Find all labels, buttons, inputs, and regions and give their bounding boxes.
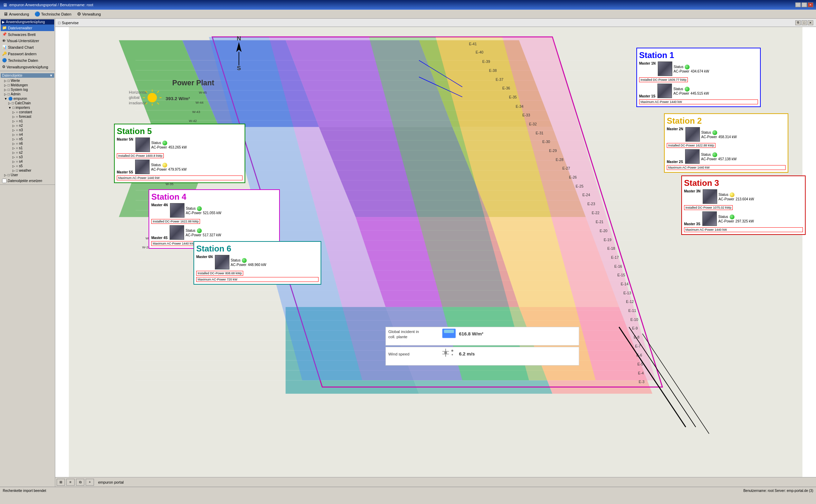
master5n-label: Master 5N xyxy=(117,137,133,152)
importers-expand: ▼ xyxy=(8,106,11,110)
svg-text:W-43: W-43 xyxy=(192,110,200,114)
close-button[interactable]: ✕ xyxy=(808,2,813,7)
sidebar-data-title[interactable]: Datenobjekte ▼ xyxy=(1,73,54,78)
station5-box: Station 5 Master 5N Status AC-Power453.2… xyxy=(114,124,245,183)
sidebar-s5[interactable]: ▷ ○ s5 xyxy=(10,164,53,168)
svg-text:E-24: E-24 xyxy=(582,193,590,197)
station1-master1n: Master 1N Status AC-Power xyxy=(639,61,758,76)
window-button[interactable]: ⧉ xyxy=(76,479,84,486)
content-title-label: Supervise xyxy=(62,21,79,25)
svg-text:E-27: E-27 xyxy=(562,166,570,170)
master3s-label: Master 3S xyxy=(684,222,700,226)
svg-text:S: S xyxy=(237,65,241,72)
syslog-label: System log xyxy=(11,88,28,92)
replace-checkbox[interactable] xyxy=(2,179,7,183)
svg-point-144 xyxy=(452,354,453,355)
sidebar-item-verwaltung[interactable]: ⚙ Verwaltungsverknüpfung xyxy=(1,64,54,70)
sidebar-user[interactable]: ▷ □ User xyxy=(2,173,53,177)
supervise-panel: E-41 E-40 E-39 E-38 E-37 E-36 E-35 E-34 … xyxy=(55,27,816,477)
svg-text:E-20: E-20 xyxy=(600,229,608,233)
sidebar-item-visual[interactable]: 👁 Visual-Unterstützer xyxy=(1,38,54,44)
n1-label: n1 xyxy=(19,119,23,123)
list-view-button[interactable]: ≡ xyxy=(66,479,75,486)
master1n-label: Master 1N xyxy=(639,61,656,76)
menu-verwaltung[interactable]: ⚙ Verwaltung xyxy=(75,11,103,17)
station4-master4n: Master 4N Status AC-Power521.055 kW xyxy=(151,203,277,218)
grid-view-button[interactable]: ⊞ xyxy=(57,479,65,486)
sidebar-constant[interactable]: ▷ ○ constant xyxy=(10,110,53,114)
master3s-device-img xyxy=(702,211,717,226)
replace-checkbox-row[interactable]: Datenobjekte ersetzen xyxy=(1,178,54,184)
sidebar-data-meldungen[interactable]: ▷ □ Meldungen xyxy=(2,83,53,87)
sidebar-s3[interactable]: ▷ ○ s3 xyxy=(10,155,53,159)
n5-label: n5 xyxy=(19,137,23,141)
master6n-status-dot xyxy=(242,258,247,263)
svg-text:E-29: E-29 xyxy=(549,149,557,153)
sidebar-n4[interactable]: ▷ ○ n4 xyxy=(10,132,53,137)
sidebar-item-schwarzes-brett[interactable]: 📌 Schwarzes Brett xyxy=(1,31,54,38)
master6n-label: Master 6N xyxy=(196,255,213,269)
svg-text:E-31: E-31 xyxy=(536,131,544,135)
station4-title: Station 4 xyxy=(151,192,277,202)
sidebar-data-scroll[interactable]: ▷ □ Werte ▷ □ Meldungen ▷ □ System log ▷… xyxy=(1,78,54,178)
station3-max-ac: Maximum AC-Power 1440 kW xyxy=(684,227,803,232)
master4s-label: Master 4S xyxy=(151,236,168,240)
n2-label: n2 xyxy=(19,124,23,127)
sidebar-data-werte[interactable]: ▷ □ Werte xyxy=(2,78,53,83)
svg-text:E-40: E-40 xyxy=(476,50,484,54)
forecast-label: forecast xyxy=(19,115,31,118)
sidebar-data-admin[interactable]: ▷ □ Admin xyxy=(2,92,53,96)
station4-box: Station 4 Master 4N Status AC-Power521.0… xyxy=(149,189,280,249)
svg-text:E-22: E-22 xyxy=(592,211,600,215)
svg-rect-135 xyxy=(444,330,454,333)
sidebar-data-syslog[interactable]: ▷ □ System log xyxy=(2,87,53,92)
menu-verwaltung-icon: ⚙ xyxy=(77,11,81,17)
admin-icon: □ xyxy=(8,92,10,96)
add-button[interactable]: + xyxy=(86,479,94,486)
n6-icon: ○ xyxy=(16,142,18,145)
station1-max-ac: Maximum AC-Power 1440 kW xyxy=(639,99,758,104)
statusbar-message: Rechenkette import beendet xyxy=(3,489,46,493)
master2n-label: Master 2N xyxy=(667,127,683,142)
menu-technische-daten[interactable]: 🔵 Technische Daten xyxy=(32,11,73,17)
close-content-button[interactable]: ✕ xyxy=(808,20,813,25)
sidebar-data-empuron[interactable]: ▼ 🔵 empuron xyxy=(2,96,53,101)
svg-text:E-41: E-41 xyxy=(469,42,477,46)
sidebar-n3[interactable]: ▷ ○ n3 xyxy=(10,128,53,132)
sidebar-s4[interactable]: ▷ ○ s4 xyxy=(10,159,53,164)
svg-text:Wind speed: Wind speed xyxy=(388,352,409,356)
maximize-button[interactable]: □ xyxy=(801,2,807,7)
maximize-content-button[interactable]: □ xyxy=(801,20,807,25)
station1-installed-dc: Installed DC-Power 1609.77 kWp xyxy=(639,77,688,82)
sidebar-importers[interactable]: ▼ □ importers xyxy=(6,105,53,110)
verwaltung-icon: ⚙ xyxy=(2,65,6,69)
sidebar-weather[interactable]: ▷ □ weather xyxy=(10,168,53,173)
passwort-icon: 🔑 xyxy=(2,51,7,56)
sidebar-calcchain[interactable]: ▷ □ CalcChain xyxy=(6,101,53,105)
svg-text:E-38: E-38 xyxy=(489,68,497,73)
menu-anwendung[interactable]: 🖥 Anwendung xyxy=(1,11,31,17)
station1-box: Station 1 Master 1N Status xyxy=(636,48,761,107)
svg-text:E-15: E-15 xyxy=(617,273,625,277)
sidebar-s2[interactable]: ▷ ○ s2 xyxy=(10,150,53,155)
svg-text:E-12: E-12 xyxy=(626,299,634,304)
sidebar-n1[interactable]: ▷ ○ n1 xyxy=(10,119,53,123)
sidebar-s1[interactable]: ▷ ○ s1 xyxy=(10,146,53,150)
sidebar-item-technische[interactable]: 🔵 Technische Daten xyxy=(1,57,54,64)
minimize-button[interactable]: ─ xyxy=(795,2,801,7)
content-title-area: □ Supervise xyxy=(58,21,79,25)
sidebar-item-dateiverwalter[interactable]: 📁 Dateiverwalter xyxy=(1,25,54,31)
sidebar-n6[interactable]: ▷ ○ n6 xyxy=(10,141,53,146)
power-plant-label: Power Plant xyxy=(172,79,214,87)
sidebar-item-passwort[interactable]: 🔑 Passwort ändern xyxy=(1,50,54,57)
n5-expand: ▷ xyxy=(12,137,15,141)
sidebar-item-standard-chart[interactable]: 📊 Standard Chart xyxy=(1,44,54,50)
n2-expand: ▷ xyxy=(12,124,15,127)
master4n-device-img xyxy=(170,203,184,218)
sidebar-n5[interactable]: ▷ ○ n5 xyxy=(10,137,53,141)
sidebar-n2[interactable]: ▷ ○ n2 xyxy=(10,123,53,128)
station5-master5s: Master 5S Status AC-Power479.975 kW xyxy=(117,160,243,174)
restore-button[interactable]: ⧉ xyxy=(795,20,801,25)
sidebar-forecast[interactable]: ▷ ○ forecast xyxy=(10,114,53,119)
master3n-status-dot xyxy=(730,192,734,197)
